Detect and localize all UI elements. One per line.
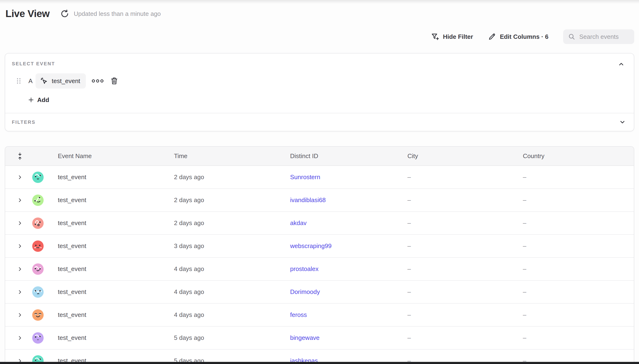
event-time-cell: 2 days ago bbox=[174, 196, 290, 204]
select-event-section: SELECT EVENT A bbox=[5, 54, 634, 113]
table-row[interactable]: test_event 2 days ago akdav – – bbox=[5, 212, 634, 235]
expand-row-icon[interactable] bbox=[17, 335, 23, 341]
event-time-cell: 3 days ago bbox=[174, 242, 290, 250]
toolbar: Hide Filter Edit Columns · 6 bbox=[5, 29, 634, 44]
search-input[interactable] bbox=[579, 33, 630, 40]
event-select-button[interactable]: test_event bbox=[36, 73, 86, 88]
distinct-id-link[interactable]: ivandiblasi68 bbox=[290, 196, 326, 204]
distinct-id-link[interactable]: Dorimoody bbox=[290, 288, 320, 295]
user-avatar bbox=[32, 332, 44, 344]
event-name-cell: test_event bbox=[58, 174, 174, 181]
expand-filters-button[interactable] bbox=[618, 118, 627, 126]
page-header: Live View Updated less than a minute ago bbox=[0, 0, 639, 20]
add-event-button[interactable]: Add bbox=[28, 95, 49, 105]
table-row[interactable]: test_event 5 days ago bingewave – – bbox=[5, 326, 634, 350]
table-header-row: Event Name Time Distinct ID City Country bbox=[5, 147, 634, 166]
screen-bottom-edge bbox=[0, 362, 639, 364]
collapse-panel-button[interactable] bbox=[617, 60, 625, 68]
add-label: Add bbox=[37, 96, 49, 104]
user-avatar bbox=[32, 218, 44, 229]
event-time-cell: 4 days ago bbox=[174, 265, 290, 273]
pencil-icon bbox=[488, 32, 496, 41]
delete-clause-button[interactable] bbox=[110, 77, 118, 85]
more-options-icon bbox=[92, 79, 104, 83]
table-row[interactable]: test_event 2 days ago ivandiblasi68 – – bbox=[5, 189, 634, 212]
expand-row-icon[interactable] bbox=[17, 243, 23, 249]
country-cell: – bbox=[523, 220, 634, 227]
expand-row-icon[interactable] bbox=[17, 312, 23, 318]
event-name-cell: test_event bbox=[58, 288, 174, 296]
hide-filter-label: Hide Filter bbox=[443, 33, 473, 40]
table-body: test_event 2 days ago Sunrostern – – tes… bbox=[5, 166, 634, 364]
clause-letter: A bbox=[29, 78, 33, 85]
expand-row-icon[interactable] bbox=[17, 289, 23, 295]
event-name-cell: test_event bbox=[58, 196, 174, 204]
updated-status-text: Updated less than a minute ago bbox=[74, 10, 161, 18]
filters-section[interactable]: FILTERS bbox=[5, 113, 634, 131]
country-cell: – bbox=[523, 242, 634, 250]
expand-row-icon[interactable] bbox=[17, 266, 23, 272]
chevron-down-icon bbox=[619, 119, 626, 126]
city-cell: – bbox=[407, 334, 523, 342]
plus-icon bbox=[28, 97, 34, 103]
user-avatar bbox=[32, 286, 44, 298]
table-row[interactable]: test_event 4 days ago prostoalex – – bbox=[5, 258, 634, 281]
edit-columns-label: Edit Columns · 6 bbox=[500, 33, 548, 40]
table-row[interactable]: test_event 2 days ago Sunrostern – – bbox=[5, 166, 634, 189]
city-cell: – bbox=[407, 311, 523, 318]
table-row[interactable]: test_event 3 days ago webscraping99 – – bbox=[5, 235, 634, 258]
chevron-up-icon bbox=[618, 61, 624, 68]
add-event-row: Add bbox=[28, 95, 627, 105]
distinct-id-link[interactable]: prostoalex bbox=[290, 265, 319, 272]
city-cell: – bbox=[407, 174, 523, 181]
distinct-id-link[interactable]: akdav bbox=[290, 220, 306, 226]
refresh-button[interactable] bbox=[60, 9, 69, 18]
user-avatar bbox=[32, 264, 44, 275]
distinct-id-link[interactable]: bingewave bbox=[290, 334, 319, 341]
user-avatar bbox=[32, 309, 44, 321]
drag-handle-icon[interactable] bbox=[16, 78, 21, 84]
event-time-cell: 5 days ago bbox=[174, 334, 290, 342]
country-cell: – bbox=[523, 288, 634, 296]
filter-plus-icon bbox=[431, 32, 440, 41]
user-avatar bbox=[32, 194, 44, 206]
expand-row-icon[interactable] bbox=[17, 220, 23, 226]
trash-icon bbox=[110, 77, 118, 85]
selected-event-label: test_event bbox=[52, 78, 80, 85]
select-event-label: SELECT EVENT bbox=[12, 60, 627, 67]
hide-filter-button[interactable]: Hide Filter bbox=[431, 32, 473, 41]
table-row[interactable]: test_event 4 days ago feross – – bbox=[5, 304, 634, 326]
event-time-cell: 4 days ago bbox=[174, 311, 290, 318]
table-row[interactable]: test_event 4 days ago Dorimoody – – bbox=[5, 281, 634, 304]
distinct-id-link[interactable]: Sunrostern bbox=[290, 174, 320, 180]
country-cell: – bbox=[523, 265, 634, 273]
event-name-cell: test_event bbox=[58, 242, 174, 250]
city-cell: – bbox=[407, 265, 523, 273]
column-header-time: Time bbox=[174, 152, 290, 160]
event-name-cell: test_event bbox=[58, 334, 174, 342]
query-builder-panel: SELECT EVENT A bbox=[5, 53, 634, 131]
user-avatar bbox=[32, 172, 44, 183]
country-cell: – bbox=[523, 334, 634, 342]
more-options-button[interactable] bbox=[92, 79, 104, 83]
column-header-country: Country bbox=[523, 152, 634, 160]
edit-columns-button[interactable]: Edit Columns · 6 bbox=[488, 32, 548, 41]
search-box[interactable] bbox=[563, 29, 634, 44]
country-cell: – bbox=[523, 174, 634, 181]
events-table: Event Name Time Distinct ID City Country… bbox=[5, 146, 634, 364]
page-title: Live View bbox=[6, 8, 50, 20]
refresh-icon bbox=[60, 9, 69, 18]
expand-row-icon[interactable] bbox=[17, 174, 23, 180]
expand-row-icon[interactable] bbox=[17, 198, 23, 203]
country-cell: – bbox=[523, 196, 634, 204]
event-name-cell: test_event bbox=[58, 265, 174, 273]
distinct-id-link[interactable]: feross bbox=[290, 311, 307, 318]
column-header-event-name: Event Name bbox=[58, 152, 174, 160]
distinct-id-link[interactable]: webscraping99 bbox=[290, 242, 332, 250]
user-avatar bbox=[32, 240, 44, 252]
collapse-rows-icon[interactable] bbox=[17, 152, 23, 160]
search-icon bbox=[568, 33, 575, 40]
event-time-cell: 2 days ago bbox=[174, 220, 290, 227]
country-cell: – bbox=[523, 311, 634, 318]
column-header-distinct-id: Distinct ID bbox=[290, 152, 407, 160]
